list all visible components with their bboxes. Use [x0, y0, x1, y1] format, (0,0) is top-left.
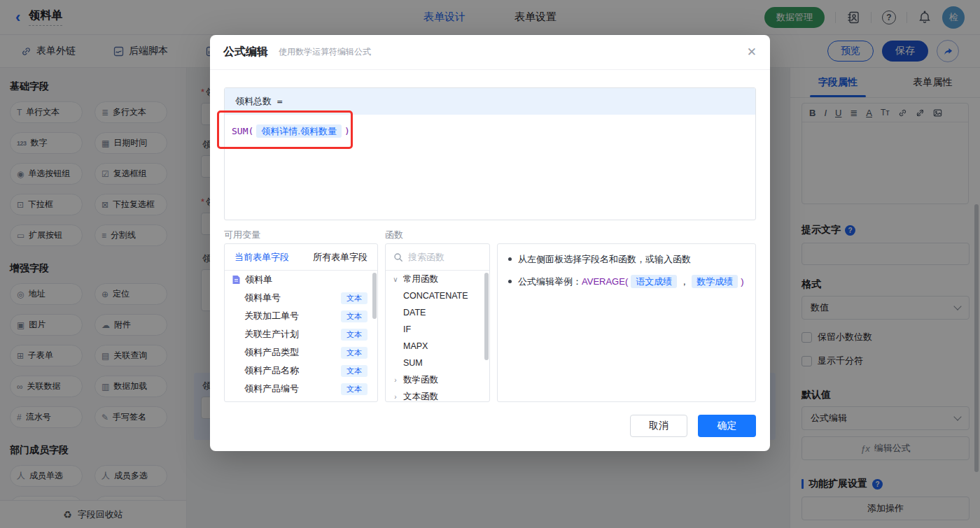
close-paren: ) — [344, 126, 350, 136]
type-badge: 文本 — [341, 383, 368, 395]
variables-scrollbar[interactable] — [372, 273, 377, 319]
variables-heading: 可用变量 — [224, 229, 260, 241]
cancel-button[interactable]: 取消 — [630, 415, 687, 437]
formula-editor-box[interactable]: 领料总数 = SUM(领料详情.领料数量) — [224, 87, 756, 220]
formula-target: 领料总数 = — [225, 88, 755, 115]
variable-row[interactable]: 关联生产计划文本 — [225, 325, 377, 343]
help-tip-1: 从左侧面板选择字段名和函数，或输入函数 — [508, 253, 745, 266]
variables-tabs: 当前表单字段 所有表单字段 — [225, 244, 377, 271]
variable-row[interactable]: 领料产品编号文本 — [225, 380, 377, 398]
formula-expression[interactable]: SUM(领料详情.领料数量) — [225, 115, 755, 148]
caret-down-icon: ∨ — [392, 276, 399, 283]
tab-current-form-fields[interactable]: 当前表单字段 — [234, 251, 289, 264]
help-tip-2: 公式编辑举例：AVERAGE(语文成绩，数学成绩) — [508, 276, 745, 289]
variable-row[interactable]: 领料单号文本 — [225, 289, 377, 307]
caret-right-icon: › — [392, 393, 399, 401]
type-badge: 文本 — [341, 292, 368, 304]
screen: ‹ 领料单 表单设计 表单设置 数据管理 ? — [0, 0, 980, 528]
bullet-icon — [508, 280, 512, 283]
variable-row[interactable]: 关联加工单号文本 — [225, 307, 377, 325]
modal-footer: 取消 确定 — [630, 415, 756, 437]
function-item-concatenate[interactable]: CONCATENATE — [386, 287, 489, 304]
function-item-mapx[interactable]: MAPX — [386, 338, 489, 355]
example-token-2: 数学成绩 — [692, 275, 738, 288]
function-item-date[interactable]: DATE — [386, 304, 489, 321]
tree-root-form[interactable]: 领料单 — [225, 271, 377, 289]
example-token-1: 语文成绩 — [631, 275, 677, 288]
close-icon[interactable]: ✕ — [747, 45, 757, 59]
modal-header: 公式编辑 使用数学运算符编辑公式 ✕ — [210, 35, 770, 70]
variables-panel: 当前表单字段 所有表单字段 领料单 领料单号文本 关联加工单号文本 关联生产计划… — [224, 243, 378, 402]
tab-all-form-fields[interactable]: 所有表单字段 — [313, 251, 368, 264]
functions-heading: 函数 — [385, 229, 403, 241]
function-search — [386, 244, 489, 271]
type-badge: 文本 — [341, 347, 368, 359]
function-search-input[interactable] — [408, 252, 475, 262]
search-icon — [393, 252, 403, 262]
type-badge: 文本 — [341, 311, 368, 322]
variable-row[interactable]: 领料产品名称文本 — [225, 362, 377, 380]
document-icon — [232, 275, 241, 285]
field-token[interactable]: 领料详情.领料数量 — [256, 124, 342, 138]
modal-subtitle: 使用数学运算符编辑公式 — [279, 46, 371, 58]
function-item-sum[interactable]: SUM — [386, 355, 489, 371]
function-item-if[interactable]: IF — [386, 321, 489, 338]
type-badge: 文本 — [341, 329, 368, 341]
function-name: SUM( — [232, 126, 253, 136]
caret-right-icon: › — [392, 376, 399, 384]
functions-scrollbar[interactable] — [484, 273, 489, 360]
functions-panel: ∨常用函数 CONCATENATE DATE IF MAPX SUM ›数学函数… — [385, 243, 490, 402]
confirm-button[interactable]: 确定 — [698, 415, 756, 437]
example-close-paren: ) — [741, 276, 743, 287]
example-function-name: AVERAGE( — [582, 276, 628, 287]
formula-help-panel: 从左侧面板选择字段名和函数，或输入函数 公式编辑举例：AVERAGE(语文成绩，… — [497, 243, 756, 402]
function-group-text[interactable]: ›文本函数 — [386, 388, 489, 402]
variable-row[interactable]: 领料产品类型文本 — [225, 343, 377, 362]
modal-title: 公式编辑 — [223, 45, 268, 59]
function-group-math[interactable]: ›数学函数 — [386, 371, 489, 388]
bullet-icon — [508, 257, 512, 261]
type-badge: 文本 — [341, 365, 368, 377]
function-group-common[interactable]: ∨常用函数 — [386, 271, 489, 287]
formula-editor-modal: 公式编辑 使用数学运算符编辑公式 ✕ 领料总数 = SUM(领料详情.领料数量)… — [210, 35, 770, 451]
